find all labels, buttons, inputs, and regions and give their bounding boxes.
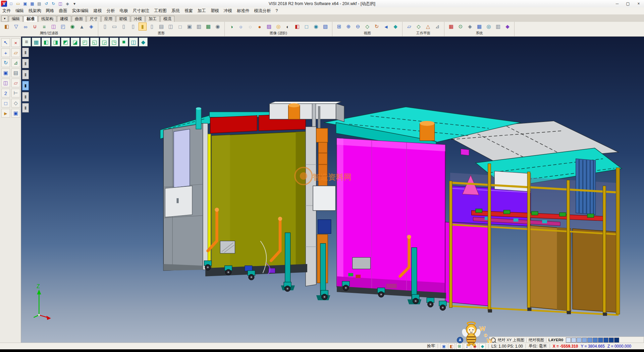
hidden-line-icon[interactable]: ◌ — [246, 23, 254, 31]
menu-machining[interactable]: 加工 — [195, 7, 208, 14]
back-view-icon[interactable]: ◰ — [80, 38, 89, 46]
layer-color-cell[interactable] — [614, 338, 619, 343]
iso2-view-icon[interactable]: ◳ — [110, 38, 118, 46]
tab-dimension[interactable]: 尺寸 — [87, 16, 101, 22]
layers-icon[interactable]: ▣ — [1, 69, 10, 77]
menu-analysis[interactable]: 分析 — [104, 7, 117, 14]
layer-color-cell[interactable] — [593, 338, 598, 343]
color-filter-icon[interactable]: ◫ — [50, 23, 58, 31]
clipboard-icon[interactable]: ▯ — [101, 23, 109, 31]
sketch-icon[interactable]: ▱ — [11, 48, 20, 57]
transparency-icon[interactable]: ◻ — [303, 23, 311, 31]
flag-icon[interactable]: ► — [1, 109, 10, 118]
active-layer-label[interactable]: LAYER0 — [548, 338, 563, 342]
background-icon[interactable]: ▧ — [321, 23, 329, 31]
tab-modeling[interactable]: 建模 — [57, 16, 71, 22]
tab-application[interactable]: 应用 — [101, 16, 115, 22]
print-icon[interactable]: ▤ — [36, 1, 42, 7]
tab-edit[interactable]: 编辑 — [9, 16, 23, 22]
bottom-view-icon[interactable]: ◩ — [61, 38, 70, 46]
copy-icon[interactable]: ▣ — [11, 109, 20, 118]
minimize-button[interactable]: ─ — [612, 0, 623, 7]
point-icon[interactable]: + — [1, 48, 10, 57]
dynamic-view-icon[interactable]: ◆ — [391, 23, 399, 31]
tab-dropdown-icon[interactable]: ▾ — [1, 15, 8, 22]
save-icon[interactable]: ▣ — [22, 1, 28, 7]
menu-drawing[interactable]: 工程图 — [152, 7, 169, 14]
menu-standard-parts[interactable]: 标准件 — [234, 7, 252, 14]
chart-view-icon[interactable]: ▦ — [204, 23, 212, 31]
previous-view-icon[interactable]: ◄ — [382, 23, 390, 31]
iso-view-icon[interactable]: ◧ — [42, 38, 50, 46]
layer-color-cell[interactable] — [582, 338, 587, 343]
layer-color-cell[interactable] — [571, 338, 576, 343]
ruler-icon[interactable]: ⊢ — [11, 89, 20, 97]
redo-icon[interactable]: ↻ — [50, 1, 56, 7]
magnet-icon[interactable]: ∪ — [31, 23, 39, 31]
layer-filter-icon[interactable]: ≡ — [40, 23, 48, 31]
iso4-view-icon[interactable]: ◫ — [129, 38, 138, 46]
snap-settings-icon[interactable]: ⊙ — [457, 23, 465, 31]
capture-icon[interactable]: ◫ — [57, 1, 63, 7]
maximize-button[interactable]: ▢ — [623, 0, 633, 7]
options-icon[interactable]: ◈ — [64, 1, 70, 7]
filter-slot-3[interactable]: ▮ — [22, 70, 29, 79]
layer-color-cell[interactable] — [577, 338, 582, 343]
material-icon[interactable]: ◉ — [312, 23, 320, 31]
trim-icon[interactable]: ▱ — [11, 79, 20, 87]
shaded-view-icon[interactable]: ◑ — [227, 23, 235, 31]
menu-surface[interactable]: 曲面 — [57, 7, 70, 14]
zoom-out-icon[interactable]: ⊖ — [354, 23, 362, 31]
menu-system[interactable]: 系统 — [169, 7, 182, 14]
pan-view-icon[interactable]: ◇ — [363, 23, 371, 31]
select-status-icon[interactable]: ▣ — [441, 343, 447, 349]
right-view-icon[interactable]: ◲ — [100, 38, 109, 46]
table-icon[interactable]: ▥ — [494, 23, 502, 31]
rotate-icon[interactable]: ↻ — [1, 58, 10, 67]
filter-settings-icon[interactable]: ◈ — [87, 23, 95, 31]
chain-filter-icon[interactable]: ∞ — [21, 23, 30, 31]
menu-file[interactable]: 文件 — [0, 7, 13, 14]
menu-wireframe[interactable]: 线架构 — [26, 7, 44, 14]
filter-slot-2[interactable]: ▮ — [22, 59, 29, 68]
snapshot-icon[interactable]: ◉ — [214, 23, 222, 31]
menu-modeling[interactable]: 建模 — [91, 7, 104, 14]
render-icon[interactable]: ● — [256, 23, 264, 31]
shadow-icon[interactable]: ◐ — [284, 23, 292, 31]
tab-standard[interactable]: 标准 — [23, 16, 38, 22]
filter-slot-4[interactable]: ▮ — [22, 81, 29, 90]
lock-toggle[interactable]: 拴牢 — [427, 343, 435, 349]
grid-sheet-icon[interactable]: ▤ — [157, 23, 165, 31]
layer-color-cell[interactable] — [609, 338, 614, 343]
zoom-fit-icon[interactable]: ⊞ — [335, 23, 343, 31]
visible-filter-icon[interactable]: ◉ — [68, 23, 76, 31]
delete-icon[interactable]: × — [11, 38, 20, 47]
view-orientation-label[interactable]: 绝对 XY 上视图 — [498, 338, 524, 343]
layout-icon[interactable]: ▯ — [148, 23, 156, 31]
workplane-face-icon[interactable]: ◇ — [415, 23, 423, 31]
menu-solid-edit[interactable]: 实体编辑 — [70, 7, 91, 14]
layer-color-cell[interactable] — [566, 338, 571, 343]
iso3-view-icon[interactable]: ■ — [119, 38, 128, 46]
zoom-in-icon[interactable]: ⊕ — [344, 23, 353, 31]
open-file-icon[interactable]: ▭ — [15, 1, 21, 7]
units-readout[interactable]: 单位: 毫米 — [529, 343, 547, 349]
copy-view-icon[interactable]: ▣ — [185, 23, 194, 31]
pan-icon[interactable]: ◇ — [11, 99, 20, 107]
view-grid-icon[interactable]: ▦ — [32, 38, 41, 46]
mirror-icon[interactable]: ◫ — [1, 79, 10, 87]
calculator-icon[interactable]: ▦ — [475, 23, 483, 31]
new-file-icon[interactable]: □ — [8, 1, 14, 7]
lock-filter-icon[interactable]: ▲ — [78, 23, 86, 31]
undo-icon[interactable]: ↺ — [43, 1, 49, 7]
front-view-icon[interactable]: ◪ — [71, 38, 79, 46]
menu-dimension[interactable]: 尺寸标注 — [130, 7, 152, 14]
close-button[interactable]: × — [633, 0, 644, 7]
texture-icon[interactable]: ▨ — [265, 23, 273, 31]
save-all-icon[interactable]: ▦ — [29, 1, 35, 7]
filter-slot-6[interactable]: ▮ — [22, 103, 29, 113]
dynamic-cube-icon[interactable]: ◆ — [139, 38, 148, 46]
new-sheet-icon[interactable]: ▭ — [110, 23, 118, 31]
filter-slot-1[interactable]: ▮ — [22, 48, 29, 57]
snap-status-icon[interactable]: ◧ — [448, 343, 455, 349]
